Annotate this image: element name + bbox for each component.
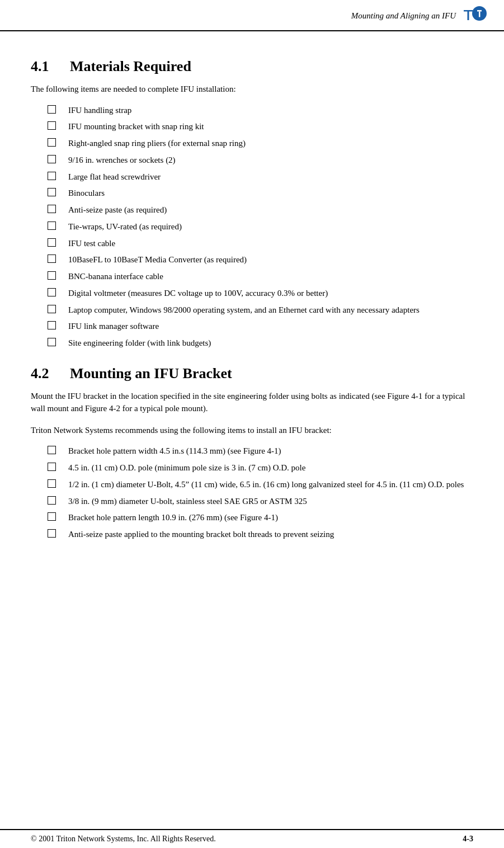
header-title: Mounting and Aligning an IFU xyxy=(17,11,456,21)
section-41-number: 4.1 xyxy=(31,58,70,75)
section-41-heading: 4.1 Materials Required xyxy=(31,58,473,75)
list-item-text: 10BaseFL to 10BaseT Media Converter (as … xyxy=(68,254,473,266)
section-42-heading: 4.2 Mounting an IFU Bracket xyxy=(31,365,473,382)
list-item: IFU test cable xyxy=(31,238,473,250)
list-item-text: Site engineering folder (with link budge… xyxy=(68,337,473,350)
section-42-list: Bracket hole pattern width 4.5 in.s (114… xyxy=(31,445,473,541)
checkbox-icon xyxy=(48,321,56,329)
footer-page-number: 4-3 xyxy=(463,835,473,844)
page-container: Mounting and Aligning an IFU 4.1 Materia… xyxy=(0,0,504,848)
section-42-title: Mounting an IFU Bracket xyxy=(70,365,232,382)
checkbox-icon xyxy=(48,512,56,521)
list-item-text: IFU test cable xyxy=(68,238,473,250)
list-item-text: IFU mounting bracket with snap ring kit xyxy=(68,121,473,133)
list-item: 3/8 in. (9 mm) diameter U-bolt, stainles… xyxy=(31,496,473,508)
section-42-para1: Mount the IFU bracket in the location sp… xyxy=(31,390,473,415)
list-item: 9/16 in. wrenches or sockets (2) xyxy=(31,154,473,167)
list-item: Binoculars xyxy=(31,187,473,200)
page-footer: © 2001 Triton Network Systems, Inc. All … xyxy=(0,829,504,848)
page-header: Mounting and Aligning an IFU xyxy=(0,0,504,31)
list-item: Laptop computer, Windows 98/2000 operati… xyxy=(31,304,473,317)
checkbox-icon xyxy=(48,271,56,280)
checkbox-icon xyxy=(48,188,56,196)
list-item-text: Digital voltmeter (measures DC voltage u… xyxy=(68,288,473,300)
checkbox-icon xyxy=(48,288,56,296)
checkbox-icon xyxy=(48,305,56,313)
checkbox-icon xyxy=(48,479,56,488)
list-item-text: Anti-seize paste (as required) xyxy=(68,204,473,216)
list-item-text: Binoculars xyxy=(68,187,473,200)
list-item: IFU mounting bracket with snap ring kit xyxy=(31,121,473,133)
list-item: BNC-banana interface cable xyxy=(31,271,473,283)
checkbox-icon xyxy=(48,463,56,471)
list-item-text: IFU handling strap xyxy=(68,105,473,117)
list-item-text: BNC-banana interface cable xyxy=(68,271,473,283)
list-item-text: Right-angled snap ring pliers (for exter… xyxy=(68,138,473,150)
list-item: IFU handling strap xyxy=(31,105,473,117)
list-item-text: 9/16 in. wrenches or sockets (2) xyxy=(68,154,473,167)
section-41-intro: The following items are needed to comple… xyxy=(31,83,473,96)
checkbox-icon xyxy=(48,205,56,213)
checkbox-icon xyxy=(48,338,56,346)
checkbox-icon xyxy=(48,222,56,230)
checkbox-icon xyxy=(48,105,56,114)
section-42-number: 4.2 xyxy=(31,365,70,382)
list-item: IFU link manager software xyxy=(31,321,473,333)
list-item-text: Laptop computer, Windows 98/2000 operati… xyxy=(68,304,473,317)
list-item-text: Bracket hole pattern width 4.5 in.s (114… xyxy=(68,445,473,458)
list-item: Digital voltmeter (measures DC voltage u… xyxy=(31,288,473,300)
list-item: Tie-wraps, UV-rated (as required) xyxy=(31,221,473,233)
list-item: 10BaseFL to 10BaseT Media Converter (as … xyxy=(31,254,473,266)
main-content: 4.1 Materials Required The following ite… xyxy=(0,31,504,829)
header-logo xyxy=(463,6,487,26)
list-item: Site engineering folder (with link budge… xyxy=(31,337,473,350)
list-item-text: 1/2 in. (1 cm) diameter U-Bolt, 4.5” (11… xyxy=(68,479,473,491)
list-item-text: Bracket hole pattern length 10.9 in. (27… xyxy=(68,512,473,524)
checkbox-icon xyxy=(48,446,56,454)
list-item: Anti-seize paste applied to the mounting… xyxy=(31,529,473,541)
checkbox-icon xyxy=(48,121,56,130)
section-41-title: Materials Required xyxy=(70,58,191,75)
list-item: Bracket hole pattern length 10.9 in. (27… xyxy=(31,512,473,524)
list-item: 1/2 in. (1 cm) diameter U-Bolt, 4.5” (11… xyxy=(31,479,473,491)
footer-copyright: © 2001 Triton Network Systems, Inc. All … xyxy=(31,835,216,844)
checkbox-icon xyxy=(48,138,56,147)
checkbox-icon xyxy=(48,529,56,538)
list-item: Bracket hole pattern width 4.5 in.s (114… xyxy=(31,445,473,458)
list-item-text: IFU link manager software xyxy=(68,321,473,333)
checkbox-icon xyxy=(48,255,56,263)
list-item: Anti-seize paste (as required) xyxy=(31,204,473,216)
list-item: Right-angled snap ring pliers (for exter… xyxy=(31,138,473,150)
list-item: Large flat head screwdriver xyxy=(31,171,473,183)
section-41-list: IFU handling strap IFU mounting bracket … xyxy=(31,105,473,350)
checkbox-icon xyxy=(48,172,56,180)
section-42-para2: Triton Network Systems recommends using … xyxy=(31,424,473,437)
list-item-text: 3/8 in. (9 mm) diameter U-bolt, stainles… xyxy=(68,496,473,508)
svg-rect-1 xyxy=(477,10,482,12)
list-item-text: Tie-wraps, UV-rated (as required) xyxy=(68,221,473,233)
checkbox-icon xyxy=(48,238,56,247)
list-item: 4.5 in. (11 cm) O.D. pole (minimum pole … xyxy=(31,462,473,474)
list-item-text: 4.5 in. (11 cm) O.D. pole (minimum pole … xyxy=(68,462,473,474)
checkbox-icon xyxy=(48,496,56,505)
checkbox-icon xyxy=(48,155,56,163)
svg-rect-2 xyxy=(479,12,481,17)
list-item-text: Anti-seize paste applied to the mounting… xyxy=(68,529,473,541)
list-item-text: Large flat head screwdriver xyxy=(68,171,473,183)
